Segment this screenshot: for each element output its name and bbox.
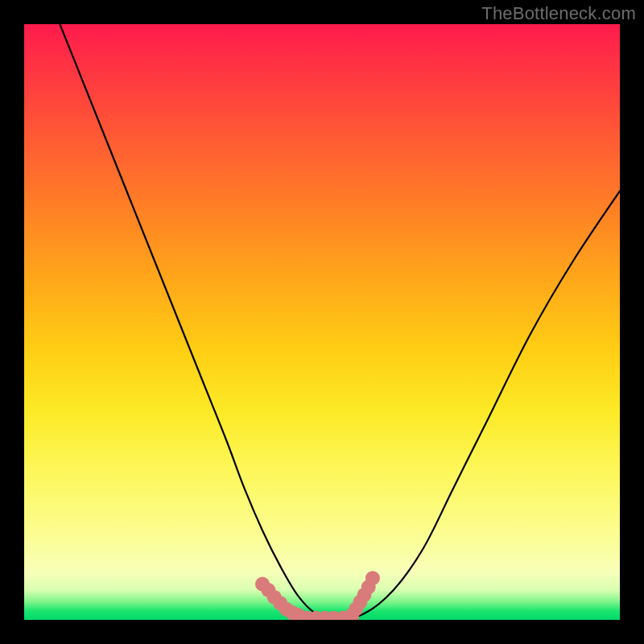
marker-dot [285, 605, 299, 620]
marker-cluster-floor [291, 610, 359, 620]
curve-svg [24, 24, 620, 620]
marker-dot [361, 580, 376, 594]
watermark-text: TheBottleneck.com [481, 3, 636, 24]
marker-dot [349, 602, 363, 617]
marker-dot [318, 611, 332, 620]
marker-dot [291, 610, 305, 620]
marker-dot [279, 602, 294, 617]
marker-dot [365, 571, 380, 585]
marker-dot [353, 595, 367, 609]
marker-dot [309, 611, 324, 620]
marker-dot [345, 608, 359, 620]
marker-dot [357, 588, 372, 602]
marker-dot [261, 583, 275, 597]
marker-dot [327, 611, 341, 620]
chart-frame: TheBottleneck.com [0, 0, 644, 644]
plot-area [24, 24, 620, 620]
bottleneck-curve [60, 24, 620, 620]
marker-dot [267, 590, 282, 605]
marker-dot [255, 577, 270, 592]
marker-cluster-left [255, 577, 305, 620]
marker-dot [345, 610, 359, 620]
marker-cluster-right [345, 571, 380, 620]
marker-dot [273, 596, 287, 610]
marker-dot [291, 608, 305, 620]
marker-dot [336, 611, 350, 620]
marker-dot [300, 611, 315, 620]
